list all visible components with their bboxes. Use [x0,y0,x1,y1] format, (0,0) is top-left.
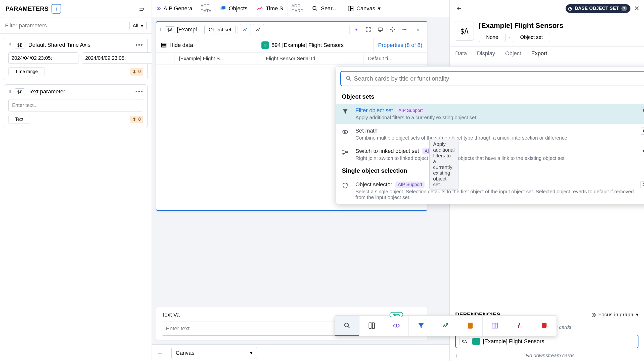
tab-object[interactable]: Object [505,50,521,57]
chart-view-button[interactable] [240,24,251,35]
category-calculator-button[interactable] [458,316,483,336]
svg-point-4 [313,6,316,10]
help-icon[interactable]: ? [621,6,627,11]
base-object-set-chip[interactable]: ◔ BASE OBJECT SET ? [566,4,630,13]
properties-link[interactable]: Properties (8 of 8) [374,38,427,52]
popover-item-icon [342,148,350,156]
close-panel-button[interactable]: ✕ [634,5,639,12]
focus-in-graph-button[interactable]: ◎ Focus in graph ▾ [591,312,638,318]
category-search-button[interactable] [335,316,359,336]
object-set-label: Object set [204,25,236,34]
input-type-badge: Obje… [641,148,644,155]
pie-icon: ◔ [568,6,572,11]
drag-handle-icon[interactable]: ⠿ [160,27,163,32]
time-series-button[interactable]: Time S [252,0,288,17]
chevron-down-icon: ▾ [636,312,639,318]
expand-button[interactable] [363,24,374,35]
svg-point-13 [345,323,348,327]
add-parameter-button[interactable]: ＋ [52,4,61,14]
more-menu-button[interactable]: ••• [135,88,143,95]
popover-item[interactable]: Object selector AIP Support Select a sin… [336,178,644,204]
svg-point-19 [346,76,350,79]
drag-handle-icon[interactable]: ⠿ [8,43,11,47]
search-button[interactable]: Sear… [307,0,343,17]
filter-parameters-input[interactable] [5,22,127,29]
svg-point-22 [343,150,344,151]
time-end-input[interactable] [82,52,152,64]
svg-rect-3 [221,6,225,9]
drag-handle-icon[interactable]: ⠿ [8,89,11,94]
card-badge: $A [165,26,175,33]
popover-item-icon [342,128,350,136]
dependency-card[interactable]: $A [Example] Flight Sensors [455,335,638,348]
column-header[interactable]: Flight Sensor Serial Id [261,53,363,65]
time-range-button[interactable]: Time range [8,67,44,76]
time-start-input[interactable] [8,52,78,64]
dependency-count-badge[interactable]: ⬍ 0 [130,68,143,76]
card-search-popover: Object sets Filter object set AIP Suppor… [336,66,644,204]
dependency-count-badge[interactable]: ⬍ 0 [130,116,143,123]
svg-rect-10 [162,43,166,44]
svg-point-24 [346,152,347,153]
column-header[interactable]: [Example] Flight S… [174,53,261,65]
aip-generate-button[interactable]: AIP Genera [152,0,197,17]
column-header[interactable]: Default ti… [363,53,427,65]
chart-alt-button[interactable] [253,24,264,35]
canvas-dropdown[interactable]: Canvas ▾ [343,0,385,17]
object-count: ≡ 594 [Example] Flight Sensors [257,38,374,52]
popover-item[interactable]: Set math Combine multiple object sets of… [336,124,644,144]
canvas-tab-select[interactable]: Canvas ▾ [171,347,257,359]
parameter-title: Default Shared Time Axis [28,42,132,48]
tab-display[interactable]: Display [477,50,495,57]
close-card-button[interactable]: ✕ [412,24,423,35]
parent-link-pill[interactable]: None [479,33,505,42]
svg-rect-7 [351,9,353,11]
settings-button[interactable] [387,24,398,35]
category-book-button[interactable] [359,316,384,336]
collapse-panel-button[interactable] [137,4,147,14]
tab-data[interactable]: Data [455,50,467,57]
popover-item[interactable]: Switch to linked object set AIP Support … [336,144,644,165]
sparkle-button[interactable]: ✦ [351,24,362,35]
tree-icon: ⬍ [132,69,136,75]
svg-point-23 [343,153,344,154]
chevron-down-icon: ▾ [141,23,143,29]
present-button[interactable] [375,24,386,35]
category-transform-button[interactable] [507,316,532,336]
no-downstream-label: No downstream cards [462,353,638,358]
input-type-badge: Obje… [641,128,644,135]
parameters-title: PARAMETERS [6,5,49,12]
add-tab-button[interactable]: ＋ [152,345,168,361]
input-type-badge: Obje… [640,181,644,188]
back-button[interactable] [454,4,464,13]
card-search-input[interactable] [340,71,644,86]
card-category-strip: New [335,315,557,336]
more-menu-button[interactable]: ••• [135,41,143,48]
category-aip-button[interactable]: New [384,316,409,336]
popover-item-title: Switch to linked object set [355,148,419,154]
popover-item-description: Apply additional filters to a currently … [355,115,636,121]
category-trend-button[interactable] [433,316,458,336]
svg-rect-5 [348,6,350,11]
parameter-filter-select[interactable]: All▾ [129,21,147,30]
objects-button[interactable]: Objects [215,0,252,17]
category-database-button[interactable] [532,316,557,336]
svg-rect-16 [468,323,473,328]
text-type-button[interactable]: Text [8,115,30,124]
popover-item-icon [342,181,350,190]
popover-item-title: Set math [355,128,378,134]
tab-export[interactable]: Export [531,50,547,57]
parameters-panel: PARAMETERS ＋ All▾ ⠿ $B Default Shared Ti… [0,0,152,361]
svg-rect-6 [351,6,353,8]
hide-data-toggle[interactable]: Hide data [156,38,257,52]
parameter-badge: $C [15,88,25,95]
object-type-icon: ≡ [261,41,269,49]
more-button[interactable]: ••• [399,24,410,35]
add-card-button[interactable]: ADD CARD [288,0,307,17]
category-table-button[interactable] [483,316,507,336]
input-type-badge: Obje… [641,107,644,114]
add-data-button[interactable]: ADD DATA [197,0,215,17]
text-parameter-input[interactable] [8,99,143,111]
popover-item[interactable]: Filter object set AIP Support Apply addi… [336,104,644,124]
category-filter-button[interactable] [409,316,433,336]
